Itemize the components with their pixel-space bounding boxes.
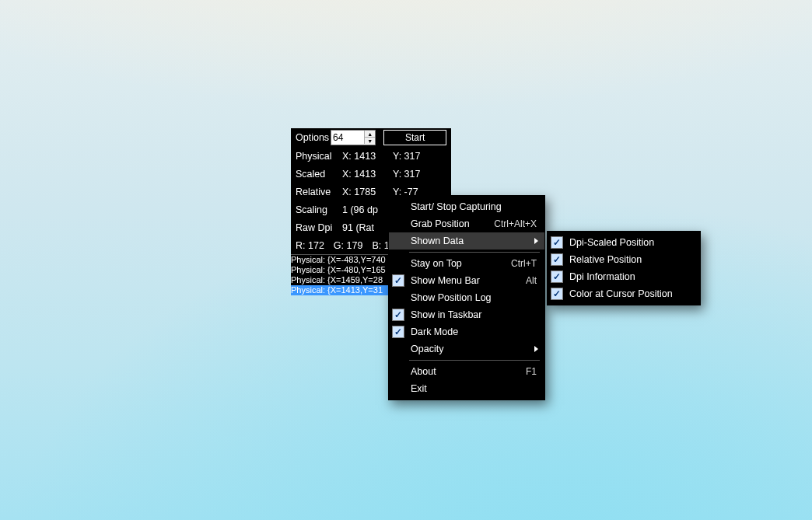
rgb-r: R: 172: [296, 240, 324, 251]
menu-label: Show Position Log: [411, 292, 537, 303]
shown-data-submenu: ✓ Dpi-Scaled Position ✓ Relative Positio…: [547, 231, 701, 305]
context-menu: Start/ Stop Capturing Grab Position Ctrl…: [388, 195, 545, 400]
rgb-g: G: 179: [334, 240, 363, 251]
spinner-buttons: ▲ ▼: [364, 131, 375, 144]
menu-label: Stay on Top: [411, 258, 503, 269]
menu-opacity[interactable]: Opacity: [389, 340, 544, 358]
menu-separator: [409, 252, 540, 253]
menu-shown-data[interactable]: Shown Data: [389, 232, 544, 250]
menu-show-position-log[interactable]: Show Position Log: [389, 289, 544, 306]
submenu-dpi-info[interactable]: ✓ Dpi Information: [548, 268, 700, 285]
menu-label: Opacity: [411, 344, 537, 354]
menu-label: Show in Taskbar: [411, 309, 537, 320]
submenu-relative[interactable]: ✓ Relative Position: [548, 251, 700, 268]
check-icon: ✓: [551, 288, 563, 300]
menu-show-menu-bar[interactable]: ✓ Show Menu Bar Alt: [389, 272, 544, 289]
scaled-x: X: 1413: [342, 169, 393, 180]
delay-spinner[interactable]: ▲ ▼: [331, 130, 376, 145]
scaling-label: Scaling: [296, 204, 342, 215]
menu-label: Dpi-Scaled Position: [569, 237, 692, 248]
options-menu[interactable]: Options: [296, 132, 329, 143]
relative-label: Relative: [296, 187, 342, 197]
physical-label: Physical: [296, 151, 342, 162]
menu-accelerator: Ctrl+Alt+X: [494, 218, 537, 229]
menu-exit[interactable]: Exit: [389, 380, 544, 397]
start-button[interactable]: Start: [383, 130, 446, 145]
spinner-down-icon[interactable]: ▼: [365, 137, 375, 144]
check-icon: ✓: [392, 274, 404, 287]
spinner-up-icon[interactable]: ▲: [365, 131, 375, 137]
delay-spinner-input[interactable]: [331, 131, 364, 144]
menu-label: Dark Mode: [411, 326, 537, 337]
check-icon: ✓: [551, 270, 563, 283]
physical-row: Physical X: 1413 Y: 317: [291, 147, 451, 165]
menu-label: Color at Cursor Position: [569, 288, 692, 299]
menu-dark-mode[interactable]: ✓ Dark Mode: [389, 323, 544, 340]
physical-y: Y: 317: [393, 151, 446, 162]
menu-label: Exit: [411, 383, 537, 394]
physical-x: X: 1413: [342, 151, 393, 162]
menu-label: Dpi Information: [569, 271, 692, 282]
menu-about[interactable]: About F1: [389, 363, 544, 380]
menu-label: Shown Data: [411, 236, 537, 246]
menu-accelerator: Alt: [526, 275, 537, 286]
check-icon: ✓: [392, 326, 404, 338]
menu-label: Relative Position: [569, 254, 692, 265]
menu-accelerator: Ctrl+T: [511, 258, 537, 269]
menu-label: Grab Position: [411, 218, 486, 229]
submenu-dpi-scaled[interactable]: ✓ Dpi-Scaled Position: [548, 234, 700, 251]
scaled-y: Y: 317: [393, 169, 446, 180]
menu-start-stop[interactable]: Start/ Stop Capturing: [389, 198, 544, 215]
check-icon: ✓: [551, 253, 563, 266]
rawdpi-label: Raw Dpi: [296, 222, 342, 233]
relative-x: X: 1785: [342, 187, 393, 197]
check-icon: ✓: [392, 309, 404, 321]
menu-label: About: [411, 366, 518, 377]
scaled-row: Scaled X: 1413 Y: 317: [291, 165, 451, 183]
submenu-color[interactable]: ✓ Color at Cursor Position: [548, 285, 700, 302]
menu-stay-on-top[interactable]: Stay on Top Ctrl+T: [389, 255, 544, 272]
header-row: Options ▲ ▼ Start: [291, 128, 451, 147]
menu-label: Show Menu Bar: [411, 275, 518, 286]
scaled-label: Scaled: [296, 169, 342, 180]
menu-accelerator: F1: [526, 366, 537, 377]
menu-grab-position[interactable]: Grab Position Ctrl+Alt+X: [389, 215, 544, 232]
menu-separator: [409, 360, 540, 361]
menu-label: Start/ Stop Capturing: [411, 201, 537, 212]
check-icon: ✓: [551, 236, 563, 249]
menu-show-in-taskbar[interactable]: ✓ Show in Taskbar: [389, 306, 544, 323]
